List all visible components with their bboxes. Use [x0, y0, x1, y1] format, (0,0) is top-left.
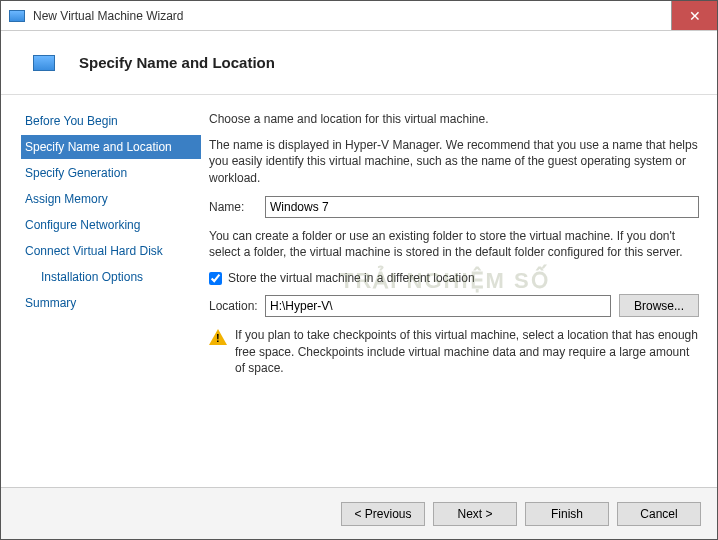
titlebar: New Virtual Machine Wizard ✕: [1, 1, 717, 31]
name-row: Name:: [209, 196, 699, 218]
sidebar-step-2[interactable]: Specify Generation: [21, 161, 201, 185]
wizard-header: Specify Name and Location: [1, 31, 717, 95]
name-input[interactable]: [265, 196, 699, 218]
app-icon: [9, 10, 25, 22]
next-button[interactable]: Next >: [433, 502, 517, 526]
close-button[interactable]: ✕: [671, 1, 717, 30]
name-description: The name is displayed in Hyper-V Manager…: [209, 137, 699, 186]
sidebar-step-1[interactable]: Specify Name and Location: [21, 135, 201, 159]
window-title: New Virtual Machine Wizard: [33, 9, 671, 23]
location-input[interactable]: [265, 295, 611, 317]
sidebar-step-4[interactable]: Configure Networking: [21, 213, 201, 237]
store-checkbox-label[interactable]: Store the virtual machine in a different…: [228, 270, 475, 286]
folder-description: You can create a folder or use an existi…: [209, 228, 699, 260]
sidebar-step-5[interactable]: Connect Virtual Hard Disk: [21, 239, 201, 263]
cancel-button[interactable]: Cancel: [617, 502, 701, 526]
wizard-footer: < Previous Next > Finish Cancel: [1, 487, 717, 539]
browse-button[interactable]: Browse...: [619, 294, 699, 317]
wizard-content: Choose a name and location for this virt…: [201, 95, 717, 487]
sidebar-step-0[interactable]: Before You Begin: [21, 109, 201, 133]
intro-text: Choose a name and location for this virt…: [209, 111, 699, 127]
previous-button[interactable]: < Previous: [341, 502, 425, 526]
warning-row: If you plan to take checkpoints of this …: [209, 327, 699, 376]
location-label: Location:: [209, 298, 265, 314]
wizard-body: Before You BeginSpecify Name and Locatio…: [1, 95, 717, 487]
wizard-window: New Virtual Machine Wizard ✕ Specify Nam…: [0, 0, 718, 540]
monitor-icon: [33, 55, 55, 71]
sidebar-step-3[interactable]: Assign Memory: [21, 187, 201, 211]
sidebar-step-6[interactable]: Installation Options: [21, 265, 201, 289]
warning-text: If you plan to take checkpoints of this …: [235, 327, 699, 376]
finish-button[interactable]: Finish: [525, 502, 609, 526]
store-checkbox-row: Store the virtual machine in a different…: [209, 270, 699, 286]
warning-icon: [209, 329, 227, 345]
location-row: Location: Browse...: [209, 294, 699, 317]
page-title: Specify Name and Location: [79, 54, 275, 71]
sidebar-step-7[interactable]: Summary: [21, 291, 201, 315]
store-checkbox[interactable]: [209, 272, 222, 285]
wizard-sidebar: Before You BeginSpecify Name and Locatio…: [1, 95, 201, 487]
name-label: Name:: [209, 199, 265, 215]
